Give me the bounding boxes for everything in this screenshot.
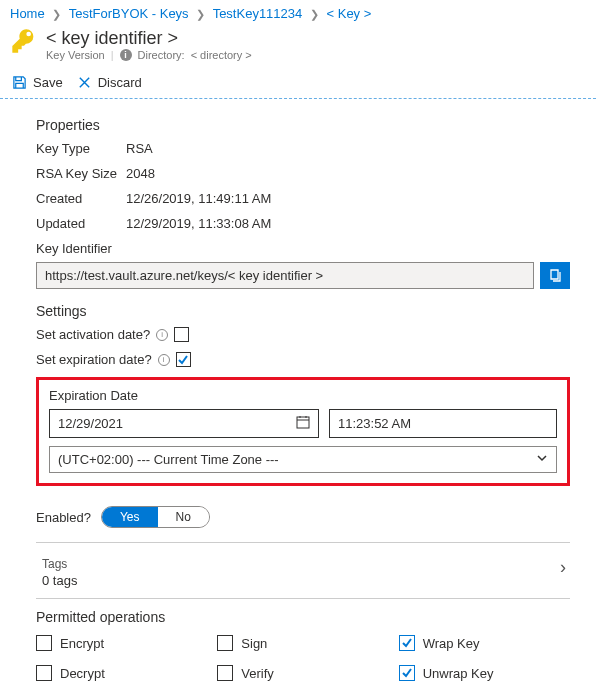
breadcrumb-home[interactable]: Home <box>10 6 45 21</box>
tags-label: Tags <box>42 557 77 571</box>
wrap-label: Wrap Key <box>423 636 480 651</box>
divider <box>0 98 596 99</box>
divider <box>36 542 570 543</box>
keyid-label: Key Identifier <box>36 241 570 256</box>
chevron-right-icon: ❯ <box>310 8 319 20</box>
help-icon[interactable]: i <box>156 329 168 341</box>
calendar-icon <box>296 415 310 432</box>
help-icon[interactable]: i <box>158 354 170 366</box>
decrypt-label: Decrypt <box>60 666 105 681</box>
keyid-input[interactable]: https://test.vault.azure.net/keys/< key … <box>36 262 534 289</box>
chevron-right-icon: ❯ <box>52 8 61 20</box>
enabled-label: Enabled? <box>36 510 91 525</box>
page-header: < key identifier > Key Version | i Direc… <box>0 25 596 69</box>
directory-label: Directory: <box>138 49 185 61</box>
keytype-label: Key Type <box>36 141 126 156</box>
tags-row[interactable]: Tags 0 tags › <box>36 553 570 598</box>
svg-rect-0 <box>297 417 309 428</box>
copy-icon <box>547 268 563 284</box>
updated-value: 12/29/2019, 11:33:08 AM <box>126 216 271 231</box>
toolbar: Save Discard <box>0 69 596 98</box>
wrap-checkbox[interactable] <box>399 635 415 651</box>
encrypt-checkbox[interactable] <box>36 635 52 651</box>
expiration-time-input[interactable]: 11:23:52 AM <box>329 409 557 438</box>
verify-checkbox[interactable] <box>217 665 233 681</box>
breadcrumb-vault[interactable]: TestForBYOK - Keys <box>69 6 189 21</box>
breadcrumb-version[interactable]: < Key > <box>327 6 372 21</box>
save-icon <box>12 75 27 90</box>
activation-label: Set activation date? <box>36 327 150 342</box>
expiration-date-input[interactable]: 12/29/2021 <box>49 409 319 438</box>
expiration-date-heading: Expiration Date <box>49 388 557 403</box>
enabled-toggle[interactable]: Yes No <box>101 506 210 528</box>
expiration-label: Set expiration date? <box>36 352 152 367</box>
discard-button[interactable]: Discard <box>77 75 142 90</box>
settings-heading: Settings <box>36 303 570 319</box>
expiration-date-section: Expiration Date 12/29/2021 11:23:52 AM (… <box>36 377 570 486</box>
decrypt-checkbox[interactable] <box>36 665 52 681</box>
timezone-select[interactable]: (UTC+02:00) --- Current Time Zone --- <box>49 446 557 473</box>
save-button[interactable]: Save <box>12 75 63 90</box>
divider <box>36 598 570 599</box>
breadcrumb-key[interactable]: TestKey111234 <box>213 6 303 21</box>
copy-button[interactable] <box>540 262 570 289</box>
activation-checkbox[interactable] <box>174 327 189 342</box>
breadcrumb: Home ❯ TestForBYOK - Keys ❯ TestKey11123… <box>0 0 596 25</box>
chevron-right-icon: ❯ <box>196 8 205 20</box>
info-icon[interactable]: i <box>120 49 132 61</box>
enabled-yes[interactable]: Yes <box>102 507 158 527</box>
keytype-value: RSA <box>126 141 153 156</box>
verify-label: Verify <box>241 666 274 681</box>
enabled-no[interactable]: No <box>158 507 209 527</box>
sign-label: Sign <box>241 636 267 651</box>
sign-checkbox[interactable] <box>217 635 233 651</box>
keysize-label: RSA Key Size <box>36 166 126 181</box>
keysize-value: 2048 <box>126 166 155 181</box>
created-label: Created <box>36 191 126 206</box>
unwrap-checkbox[interactable] <box>399 665 415 681</box>
properties-heading: Properties <box>36 117 570 133</box>
unwrap-label: Unwrap Key <box>423 666 494 681</box>
expiration-checkbox[interactable] <box>176 352 191 367</box>
created-value: 12/26/2019, 11:49:11 AM <box>126 191 271 206</box>
directory-value: < directory > <box>191 49 252 61</box>
encrypt-label: Encrypt <box>60 636 104 651</box>
chevron-down-icon <box>536 452 548 467</box>
close-icon <box>77 75 92 90</box>
subtitle-keyversion: Key Version <box>46 49 105 61</box>
permitted-ops-heading: Permitted operations <box>36 609 570 625</box>
chevron-right-icon: › <box>560 557 570 578</box>
tags-count: 0 tags <box>42 573 77 588</box>
page-title: < key identifier > <box>46 27 252 49</box>
updated-label: Updated <box>36 216 126 231</box>
key-icon <box>10 27 38 55</box>
